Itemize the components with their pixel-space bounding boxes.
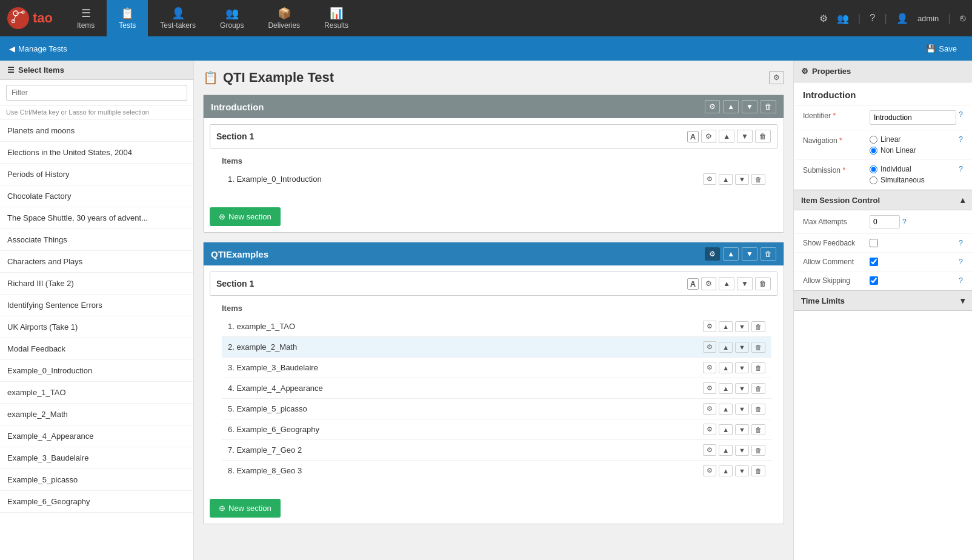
sub-simultaneous-option[interactable]: Simultaneous [870, 176, 956, 184]
item-settings-button[interactable]: ⚙ [703, 321, 716, 332]
nav-item-deliveries[interactable]: 📦 Deliveries [256, 0, 312, 36]
item-up-button[interactable]: ▲ [719, 404, 733, 415]
allow-skipping-checkbox[interactable] [870, 276, 878, 285]
part-up-button[interactable]: ▲ [723, 247, 739, 261]
list-item[interactable]: Example_0_Introduction [0, 360, 193, 382]
allow-skipping-help-icon[interactable]: ? [959, 276, 963, 285]
max-attempts-input[interactable] [870, 215, 900, 228]
list-item[interactable]: Characters and Plays [0, 251, 193, 273]
item-delete-button[interactable]: 🗑 [751, 362, 765, 373]
new-section-button[interactable]: ⊕ New section [210, 207, 281, 226]
list-item[interactable]: example_2_Math [0, 404, 193, 425]
item-delete-button[interactable]: 🗑 [751, 321, 765, 332]
nav-linear-option[interactable]: Linear [870, 135, 956, 144]
item-settings-button[interactable]: ⚙ [703, 341, 716, 353]
sub-individual-option[interactable]: Individual [870, 165, 956, 173]
item-down-button[interactable]: ▼ [735, 424, 749, 435]
identifier-input[interactable] [870, 110, 956, 125]
item-up-button[interactable]: ▲ [719, 424, 733, 435]
part-delete-button[interactable]: 🗑 [761, 100, 776, 113]
part-delete-button[interactable]: 🗑 [761, 247, 776, 261]
sub-individual-radio[interactable] [870, 165, 877, 173]
section-down-button[interactable]: ▼ [737, 130, 753, 143]
item-down-button[interactable]: ▼ [735, 174, 749, 185]
item-delete-button[interactable]: 🗑 [751, 383, 765, 394]
section-text-button[interactable]: A [687, 131, 699, 142]
section-text-button[interactable]: A [687, 278, 699, 290]
identifier-help-icon[interactable]: ? [959, 110, 963, 119]
max-attempts-help-icon[interactable]: ? [902, 218, 907, 226]
part-settings-active-button[interactable]: ⚙ [705, 247, 720, 261]
list-item[interactable]: example_1_TAO [0, 382, 193, 404]
settings-icon[interactable]: ⚙ [819, 13, 828, 24]
section-settings-button[interactable]: ⚙ [701, 130, 716, 143]
filter-input[interactable] [6, 85, 187, 101]
list-item[interactable]: Example_4_Appearance [0, 425, 193, 447]
part-down-button[interactable]: ▼ [742, 100, 757, 113]
list-item[interactable]: The Space Shuttle, 30 years of advent... [0, 207, 193, 229]
list-item[interactable]: Chocolate Factory [0, 185, 193, 207]
sub-simultaneous-radio[interactable] [870, 176, 877, 184]
list-item[interactable]: Richard III (Take 2) [0, 273, 193, 295]
item-up-button[interactable]: ▲ [719, 465, 733, 476]
allow-comment-help-icon[interactable]: ? [959, 258, 963, 266]
item-delete-button[interactable]: 🗑 [751, 445, 765, 456]
admin-icon[interactable]: 👤 [896, 13, 908, 24]
item-settings-button[interactable]: ⚙ [703, 465, 716, 476]
item-settings-button[interactable]: ⚙ [703, 424, 716, 435]
section-delete-button[interactable]: 🗑 [755, 277, 771, 290]
item-up-button[interactable]: ▲ [719, 321, 733, 332]
nav-nonlinear-radio[interactable] [870, 147, 877, 155]
item-up-button[interactable]: ▲ [719, 362, 733, 373]
item-down-button[interactable]: ▼ [735, 445, 749, 456]
section-settings-button[interactable]: ⚙ [701, 277, 716, 290]
new-section-button-2[interactable]: ⊕ New section [210, 499, 281, 518]
item-down-button[interactable]: ▼ [735, 362, 749, 373]
item-settings-button[interactable]: ⚙ [703, 403, 716, 415]
nav-item-groups[interactable]: 👥 Groups [208, 0, 256, 36]
item-down-button[interactable]: ▼ [735, 404, 749, 415]
item-down-button[interactable]: ▼ [735, 465, 749, 476]
section-delete-button[interactable]: 🗑 [755, 130, 771, 143]
list-item[interactable]: Identifying Sentence Errors [0, 295, 193, 316]
show-feedback-checkbox[interactable] [870, 239, 878, 247]
list-item[interactable]: Example_5_picasso [0, 469, 193, 491]
save-button[interactable]: 💾 Save [920, 41, 963, 56]
item-settings-button[interactable]: ⚙ [703, 444, 716, 456]
list-item[interactable]: Elections in the United States, 2004 [0, 142, 193, 164]
list-item[interactable]: Example_3_Baudelaire [0, 447, 193, 469]
item-settings-button[interactable]: ⚙ [703, 382, 716, 394]
help-icon[interactable]: ? [870, 13, 875, 24]
nav-item-items[interactable]: ☰ Items [65, 0, 107, 36]
navigation-help-icon[interactable]: ? [959, 135, 963, 144]
list-item[interactable]: Periods of History [0, 164, 193, 185]
part-down-button[interactable]: ▼ [742, 247, 757, 261]
item-down-button[interactable]: ▼ [735, 321, 749, 332]
item-up-button[interactable]: ▲ [719, 174, 733, 185]
item-settings-button[interactable]: ⚙ [703, 173, 716, 185]
item-down-button[interactable]: ▼ [735, 342, 749, 353]
back-button[interactable]: ◀ Manage Tests [9, 44, 67, 53]
logout-icon[interactable]: ⎋ [960, 13, 966, 24]
show-feedback-help-icon[interactable]: ? [959, 239, 963, 247]
item-down-button[interactable]: ▼ [735, 383, 749, 394]
submission-help-icon[interactable]: ? [959, 165, 963, 173]
list-item[interactable]: Example_6_Geography [0, 491, 193, 513]
item-delete-button[interactable]: 🗑 [751, 424, 765, 435]
nav-nonlinear-option[interactable]: Non Linear [870, 146, 956, 155]
list-item[interactable]: Modal Feedback [0, 338, 193, 360]
nav-item-tests[interactable]: 📋 Tests [107, 0, 148, 36]
list-item[interactable]: Associate Things [0, 229, 193, 251]
part-settings-button[interactable]: ⚙ [705, 100, 720, 113]
nav-item-test-takers[interactable]: 👤 Test-takers [148, 0, 208, 36]
allow-comment-checkbox[interactable] [870, 258, 878, 266]
item-session-control-header[interactable]: Item Session Control [794, 190, 972, 210]
list-item[interactable]: UK Airports (Take 1) [0, 316, 193, 338]
item-up-button[interactable]: ▲ [719, 342, 733, 353]
item-delete-button[interactable]: 🗑 [751, 465, 765, 476]
item-up-button[interactable]: ▲ [719, 383, 733, 394]
item-delete-button[interactable]: 🗑 [751, 404, 765, 415]
nav-linear-radio[interactable] [870, 136, 877, 144]
section-up-button[interactable]: ▲ [719, 130, 734, 143]
section-down-button[interactable]: ▼ [737, 277, 753, 290]
